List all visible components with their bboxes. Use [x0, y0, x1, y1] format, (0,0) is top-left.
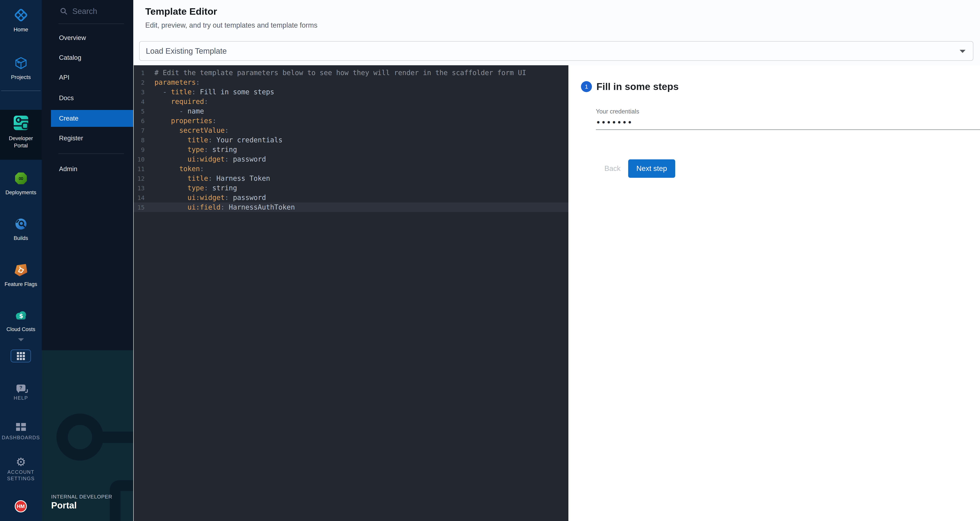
input-underline [596, 129, 980, 130]
sidebar: Search Overview Catalog API Docs Create … [42, 0, 133, 521]
main-content: Template Editor Edit, preview, and try o… [133, 0, 980, 521]
sidebar-divider [59, 24, 124, 24]
code-line[interactable]: 5 - name [134, 107, 568, 116]
credentials-password-input[interactable]: ••••••• [596, 115, 980, 130]
sidebar-item-admin[interactable]: Admin [42, 161, 133, 177]
decor-ring [56, 414, 103, 460]
sidebar-divider [59, 153, 124, 154]
dashboards-icon [16, 423, 26, 431]
code-line[interactable]: 8 title: Your credentials [134, 135, 568, 145]
select-arrow-icon [959, 50, 966, 53]
rail-module-label: Cloud Costs [0, 326, 42, 333]
step-title: Fill in some steps [597, 81, 679, 92]
code-line[interactable]: 4 required: [134, 97, 568, 107]
decor-bar [100, 432, 133, 443]
rail-module-label: Deployments [0, 189, 42, 196]
rail-item-help[interactable]: ? HELP [0, 385, 42, 401]
help-chat-icon: ? [16, 385, 25, 391]
load-template-select[interactable]: Load Existing Template [139, 41, 973, 61]
sidebar-item-catalog[interactable]: Catalog [42, 49, 133, 66]
rail-module-label: Feature Flags [0, 281, 42, 288]
decor-rounded-rect [110, 480, 133, 521]
template-code-editor[interactable]: 1# Edit the template parameters below to… [134, 65, 568, 521]
rail-item-dashboards[interactable]: DASHBOARDS [0, 423, 42, 441]
code-lines: 1# Edit the template parameters below to… [134, 68, 568, 212]
feature-flags-icon [14, 264, 27, 277]
sidebar-item-overview[interactable]: Overview [42, 29, 133, 46]
app-window: Home Projects [0, 0, 980, 521]
grid-icon [17, 352, 25, 360]
rail-item-label: ACCOUNT SETTINGS [0, 469, 42, 482]
module-picker-button[interactable] [11, 349, 31, 362]
rail-item-label: Home [0, 27, 42, 33]
developer-portal-icon [13, 115, 29, 131]
page-subtitle: Edit, preview, and try out templates and… [145, 21, 317, 29]
rail-item-label: DASHBOARDS [0, 434, 42, 441]
code-line[interactable]: 12 title: Harness Token [134, 174, 568, 183]
projects-cube-icon [15, 57, 27, 70]
rail-module-developer-portal[interactable]: Developer Portal [0, 115, 42, 149]
code-line[interactable]: 3 - title: Fill in some steps [134, 87, 568, 97]
rail-divider [1, 91, 41, 91]
rail-module-cloud-costs[interactable]: $ Cloud Costs [0, 311, 42, 333]
code-line[interactable]: 7 secretValue: [134, 126, 568, 135]
code-line[interactable]: 11 token: [134, 164, 568, 174]
rail-module-builds[interactable]: Builds [0, 218, 42, 242]
code-line[interactable]: 9 type: string [134, 145, 568, 155]
portal-brand: INTERNAL DEVELOPER Portal [51, 494, 112, 511]
sidebar-item-docs[interactable]: Docs [42, 89, 133, 107]
masked-password-value: ••••••• [596, 118, 633, 127]
code-line[interactable]: 6 properties: [134, 116, 568, 126]
rail-module-deployments[interactable]: ∞ Deployments [0, 172, 42, 196]
deployments-icon: ∞ [15, 172, 27, 185]
rail-module-expander[interactable] [0, 338, 42, 342]
rail-module-label: Developer Portal [0, 135, 42, 149]
search-icon [60, 7, 68, 15]
rail-item-label: Projects [0, 74, 42, 80]
chevron-down-icon [18, 338, 24, 341]
code-line[interactable]: 1# Edit the template parameters below to… [134, 68, 568, 78]
rail-module-feature-flags[interactable]: Feature Flags [0, 264, 42, 288]
user-avatar[interactable]: HM [15, 500, 27, 512]
rail-item-home[interactable]: Home [0, 8, 42, 33]
brand-name: Portal [51, 500, 112, 511]
code-line[interactable]: 10 ui:widget: password [134, 155, 568, 164]
builds-icon [15, 218, 27, 231]
code-line[interactable]: 2parameters: [134, 78, 568, 87]
rail-item-label: HELP [0, 395, 42, 401]
brand-eyebrow: INTERNAL DEVELOPER [51, 494, 112, 500]
sidebar-item-register[interactable]: Register [42, 130, 133, 147]
step-number-badge: 1 [581, 81, 592, 92]
select-value: Load Existing Template [146, 41, 227, 61]
next-step-button[interactable]: Next step [628, 159, 675, 178]
home-icon [14, 8, 28, 22]
code-line[interactable]: 14 ui:widget: password [134, 193, 568, 202]
svg-text:∞: ∞ [18, 174, 24, 182]
sidebar-item-create[interactable]: Create [51, 110, 133, 127]
sidebar-search[interactable]: Search [42, 4, 133, 18]
back-button[interactable]: Back [600, 159, 625, 178]
code-line[interactable]: 15 ui:field: HarnessAuthToken [134, 202, 568, 212]
rail-item-account-settings[interactable]: ⚙ ACCOUNT SETTINGS [0, 456, 42, 482]
cloud-costs-icon: $ [14, 311, 28, 322]
module-rail: Home Projects [0, 0, 42, 521]
search-placeholder: Search [72, 7, 97, 16]
svg-text:$: $ [19, 312, 23, 319]
credentials-field-label: Your credentials [596, 108, 639, 115]
sidebar-item-api[interactable]: API [42, 69, 133, 86]
scaffolder-form-panel: 1 Fill in some steps Your credentials ••… [568, 65, 980, 521]
page-title: Template Editor [145, 6, 217, 17]
gear-icon: ⚙ [16, 456, 26, 468]
rail-module-label: Builds [0, 235, 42, 242]
rail-item-projects[interactable]: Projects [0, 57, 42, 80]
code-line[interactable]: 13 type: string [134, 183, 568, 193]
